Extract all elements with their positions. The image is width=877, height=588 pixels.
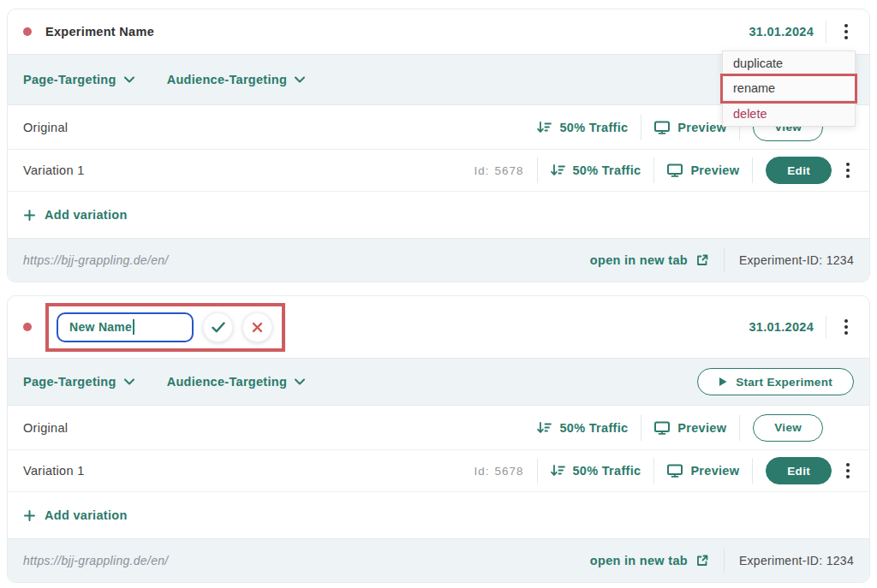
edit-button[interactable]: Edit [766, 457, 832, 484]
preview-label: Preview [677, 421, 726, 435]
divider [641, 415, 641, 441]
rename-annotation-box: New Name [45, 303, 285, 352]
experiment-header: New Name 31.01.2024 [8, 296, 869, 358]
external-link-icon [695, 253, 709, 267]
confirm-rename-button[interactable] [203, 312, 233, 342]
audience-targeting-label: Audience-Targeting [167, 73, 287, 86]
cancel-rename-button[interactable] [242, 312, 272, 342]
status-dot [23, 27, 32, 36]
divider [653, 458, 654, 484]
page-targeting-label: Page-Targeting [23, 73, 116, 86]
kebab-menu-icon[interactable] [840, 459, 856, 483]
variant-name: Variation 1 [23, 464, 85, 478]
preview-link[interactable]: Preview [654, 421, 726, 435]
variation-id: Id:5678 [474, 465, 523, 478]
view-button[interactable]: View [753, 414, 823, 442]
divider [826, 21, 826, 43]
chevron-down-icon [295, 378, 305, 385]
traffic-split[interactable]: 50% Traffic [551, 163, 641, 177]
page-targeting-label: Page-Targeting [23, 375, 116, 389]
variant-name: Original [23, 421, 68, 435]
row-actions: Id:5678 50% Traffic Preview Edit [474, 457, 856, 484]
chevron-down-icon [295, 76, 305, 83]
experiment-id: Experiment-ID: 1234 [739, 554, 854, 567]
traffic-label: 50% Traffic [573, 464, 641, 478]
divider [641, 115, 641, 140]
traffic-label: 50% Traffic [559, 421, 628, 435]
experiment-header: Experiment Name 31.01.2024 duplicate ren… [8, 9, 869, 54]
divider [752, 458, 753, 484]
traffic-split[interactable]: 50% Traffic [551, 464, 641, 478]
header-actions: 31.01.2024 [749, 315, 854, 339]
divider [752, 157, 753, 183]
preview-label: Preview [677, 121, 726, 134]
rename-input[interactable]: New Name [57, 312, 194, 342]
divider [537, 157, 538, 183]
divider [537, 458, 538, 484]
audience-targeting-dropdown[interactable]: Audience-Targeting [167, 375, 305, 389]
id-label: Id: [474, 465, 489, 478]
plus-icon [24, 210, 35, 221]
add-variation-label: Add variation [45, 508, 128, 522]
preview-link[interactable]: Preview [654, 121, 726, 134]
divider [724, 248, 725, 272]
preview-link[interactable]: Preview [667, 464, 739, 478]
monitor-icon [667, 464, 683, 478]
experiment-name: Experiment Name [45, 25, 154, 39]
kebab-menu-icon[interactable] [838, 315, 854, 339]
target-url: https://bjj-grappling.de/en/ [23, 554, 169, 567]
check-icon [212, 322, 225, 333]
start-experiment-button[interactable]: Start Experiment [697, 368, 854, 395]
kebab-menu-icon[interactable] [838, 20, 854, 44]
menu-item-duplicate[interactable]: duplicate [723, 51, 855, 76]
kebab-menu-icon[interactable] [840, 158, 856, 182]
external-link-icon [695, 554, 709, 567]
page-targeting-dropdown[interactable]: Page-Targeting [23, 73, 134, 86]
monitor-icon [667, 163, 683, 177]
experiment-footer: https://bjj-grappling.de/en/ open in new… [8, 238, 869, 282]
variant-name: Variation 1 [23, 163, 85, 177]
add-variation-label: Add variation [45, 208, 128, 222]
add-variation-button[interactable]: Add variation [8, 492, 869, 538]
id-value: 5678 [494, 164, 523, 177]
context-menu: duplicate rename delete [722, 50, 856, 127]
start-experiment-label: Start Experiment [736, 376, 832, 389]
divider [724, 549, 725, 573]
audience-targeting-label: Audience-Targeting [167, 375, 287, 389]
targeting-bar: Page-Targeting Audience-Targeting Start … [8, 358, 869, 406]
preview-label: Preview [690, 464, 739, 478]
chevron-down-icon [124, 378, 134, 385]
edit-button[interactable]: Edit [766, 157, 832, 184]
open-new-tab-link[interactable]: open in new tab [590, 554, 709, 567]
traffic-label: 50% Traffic [573, 163, 641, 177]
variation-row: Variation 1 Id:5678 50% Traffic Preview … [8, 450, 869, 492]
row-actions: 50% Traffic Preview View [537, 414, 856, 442]
variation-row: Variation 1 Id:5678 50% Traffic Preview … [8, 150, 869, 192]
footer-actions: open in new tab Experiment-ID: 1234 [590, 248, 854, 272]
monitor-icon [654, 121, 670, 134]
traffic-sort-icon [537, 121, 552, 134]
variation-id: Id:5678 [474, 164, 523, 177]
footer-actions: open in new tab Experiment-ID: 1234 [590, 549, 854, 573]
target-url: https://bjj-grappling.de/en/ [23, 253, 169, 267]
traffic-sort-icon [551, 163, 565, 177]
variant-name: Original [23, 121, 68, 134]
experiment-date[interactable]: 31.01.2024 [749, 25, 814, 39]
open-new-tab-link[interactable]: open in new tab [590, 253, 709, 267]
divider [739, 415, 740, 441]
menu-item-delete[interactable]: delete [723, 101, 855, 126]
menu-item-rename[interactable]: rename [723, 76, 855, 101]
traffic-sort-icon [537, 421, 552, 435]
page-targeting-dropdown[interactable]: Page-Targeting [23, 375, 134, 389]
open-new-tab-label: open in new tab [590, 253, 688, 267]
experiment-date[interactable]: 31.01.2024 [749, 320, 814, 334]
add-variation-button[interactable]: Add variation [8, 192, 869, 238]
experiment-footer: https://bjj-grappling.de/en/ open in new… [8, 538, 869, 582]
preview-label: Preview [690, 163, 739, 177]
open-new-tab-label: open in new tab [590, 554, 688, 567]
divider [826, 316, 826, 338]
preview-link[interactable]: Preview [667, 163, 739, 177]
traffic-split[interactable]: 50% Traffic [537, 121, 628, 134]
traffic-split[interactable]: 50% Traffic [537, 421, 628, 435]
audience-targeting-dropdown[interactable]: Audience-Targeting [167, 73, 305, 86]
